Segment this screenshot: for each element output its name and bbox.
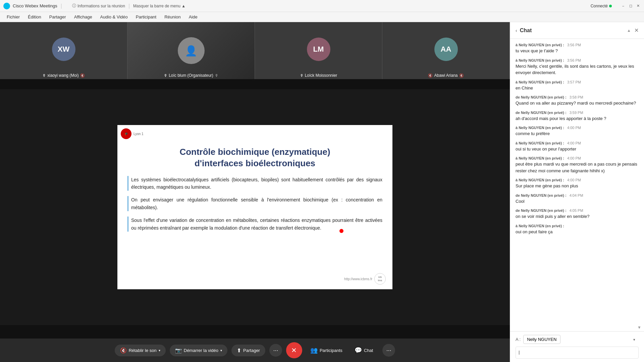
slide-logo-icon: 🎓 <box>121 128 131 139</box>
participant-strip: XW 🎙 xiaoyi wang (Moi) 🔇 👤 🎙 Loïc blum (… <box>0 22 510 79</box>
participant-name-xw: 🎙 xiaoyi wang (Moi) 🔇 <box>0 73 127 78</box>
info-button[interactable]: ⓘ Informations sur la réunion <box>72 3 125 9</box>
chat-recipient-select[interactable]: Nelly NGUYEN Tout le monde <box>523 335 560 344</box>
slide: 🎓 Lyon 1 Contrôle biochimique (enzymatiq… <box>117 125 392 289</box>
chat-header: ‹ Chat ▲ ✕ <box>510 22 644 39</box>
restore-button[interactable]: ◻ <box>628 3 633 9</box>
chat-message-m7: à Nelly NGUYEN (en privé) : 4:00 PM oui … <box>516 141 639 153</box>
menu-aide[interactable]: Aide <box>185 13 201 21</box>
menu-edition[interactable]: Édition <box>24 13 45 21</box>
participants-button[interactable]: 👥 Participants <box>306 344 346 357</box>
annotation-dot <box>339 229 343 233</box>
microphone-muted-icon: 🔇 <box>120 347 127 354</box>
participant-name-lm: 🎙 Loïck Moissonnier <box>255 73 382 78</box>
chat-panel: ‹ Chat ▲ ✕ à Nelly NGUYEN (en privé) : 3… <box>510 22 644 362</box>
toolbar: 🔇 Rétablir le son ▾ 📷 Démarrer la vidéo … <box>0 339 510 362</box>
chat-to-label: A : <box>516 337 521 342</box>
participant-tile-aa: AA 🔇 Abawi Ariana 🔇 <box>382 22 510 79</box>
connection-status: Connecté <box>591 4 612 8</box>
audio-button[interactable]: 🔇 Rétablir le son ▾ <box>115 345 166 356</box>
title-bar: Cisco Webex Meetings | ⓘ Informations su… <box>0 0 644 12</box>
more-button-2[interactable]: ··· <box>382 344 395 357</box>
chat-message-m6: à Nelly NGUYEN (en privé) : 4:00 PM comm… <box>516 126 639 137</box>
end-call-button[interactable]: ✕ <box>286 342 302 358</box>
menu-reunion[interactable]: Réunion <box>161 13 184 21</box>
chat-footer: A : Nelly NGUYEN Tout le monde ▾ | <box>510 331 644 362</box>
slide-para-3: Sous l'effet d'une variation de concentr… <box>127 217 382 232</box>
hide-bar-button[interactable]: Masquer la barre de menu ▲ <box>133 4 185 8</box>
chat-message-m8: à Nelly NGUYEN (en privé) : 4:00 PM peut… <box>516 156 639 174</box>
chat-scroll-top-icon[interactable]: ▲ <box>627 28 631 33</box>
select-chevron-icon: ▾ <box>633 337 635 342</box>
participant-tile-lb: 👤 🎙 Loïc blum (Organisateur) 🎙 <box>127 22 255 79</box>
avatar-xw: XW <box>52 38 75 61</box>
video-off-icon: 📷 <box>175 347 182 354</box>
ellipsis-icon: ··· <box>273 347 278 354</box>
close-button[interactable]: ✕ <box>635 3 641 9</box>
slide-university: Lyon 1 <box>133 132 144 136</box>
app-title: Cisco Webex Meetings <box>13 3 57 8</box>
video-caret-icon: ▾ <box>220 349 222 352</box>
chat-icon: 💬 <box>355 347 362 354</box>
chat-message-m10: de Nelly NGUYEN (en privé) : 4:04 PM Coo… <box>516 193 639 205</box>
end-call-icon: ✕ <box>291 346 297 354</box>
top-black-bar <box>0 79 510 89</box>
chat-message-m9: à Nelly NGUYEN (en privé) : 4:00 PM Sur … <box>516 178 639 189</box>
participant-tile-xw: XW 🎙 xiaoyi wang (Moi) 🔇 <box>0 22 127 79</box>
video-area: XW 🎙 xiaoyi wang (Moi) 🔇 👤 🎙 Loïc blum (… <box>0 22 510 362</box>
slide-para-1: Les systèmes bioélectrocatalytiques arti… <box>127 176 382 191</box>
more-options-button[interactable]: ··· <box>269 344 282 357</box>
chat-title: Chat <box>520 27 627 34</box>
more-dots-icon: ··· <box>386 347 391 354</box>
app-icon <box>3 3 10 9</box>
minimize-button[interactable]: − <box>621 3 626 9</box>
chat-to-row: A : Nelly NGUYEN Tout le monde ▾ <box>516 335 639 344</box>
window-controls: Connecté − ◻ ✕ <box>591 3 641 9</box>
slide-para-2: On peut envisager une régulation fonctio… <box>127 196 382 211</box>
slide-title: Contrôle biochimique (enzymatique) d'int… <box>127 146 382 169</box>
main-area: XW 🎙 xiaoyi wang (Moi) 🔇 👤 🎙 Loïc blum (… <box>0 22 644 362</box>
participant-video-lm: LM <box>255 22 382 79</box>
participant-tile-lm: LM 🎙 Loïck Moissonnier <box>255 22 382 79</box>
participant-name-lb: 🎙 Loïc blum (Organisateur) 🎙 <box>127 73 255 78</box>
participant-video-aa: AA <box>382 22 509 79</box>
chat-message-m1: à Nelly NGUYEN (en privé) : 3:56 PM tu v… <box>516 43 639 54</box>
participant-video-xw: XW <box>0 22 127 79</box>
chat-message-m3: à Nelly NGUYEN (en privé) : 3:57 PM en C… <box>516 80 639 92</box>
participant-name-aa: 🔇 Abawi Ariana 🔇 <box>382 73 509 78</box>
chat-close-button[interactable]: ✕ <box>634 27 639 34</box>
menu-bar: Fichier Édition Partager Affichage Audio… <box>0 12 644 22</box>
chat-input[interactable]: | <box>516 347 639 359</box>
menu-participant[interactable]: Participant <box>132 13 160 21</box>
chat-message-m2: à Nelly NGUYEN (en privé) : 3:56 PM Merc… <box>516 58 639 76</box>
chat-message-m11: de Nelly NGUYEN (en privé) : 4:05 PM on … <box>516 208 639 220</box>
menu-partager[interactable]: Partager <box>46 13 69 21</box>
menu-affichage[interactable]: Affichage <box>71 13 96 21</box>
avatar-aa: AA <box>434 38 458 61</box>
menu-fichier[interactable]: Fichier <box>3 13 23 21</box>
chat-collapse-icon[interactable]: ‹ <box>516 28 517 33</box>
presentation-area: 🎓 Lyon 1 Contrôle biochimique (enzymatiq… <box>0 89 510 325</box>
audio-caret-icon: ▾ <box>159 349 160 352</box>
share-icon: ⬆ <box>237 347 241 354</box>
avatar-lm: LM <box>307 38 330 61</box>
chat-scroll-down[interactable]: ▼ <box>510 324 644 331</box>
slide-body: Les systèmes bioélectrocatalytiques arti… <box>127 176 382 232</box>
participants-icon: 👥 <box>310 347 318 354</box>
slide-footer-logo: icblms <box>374 273 386 285</box>
chat-message-m12: à Nelly NGUYEN (en privé) : oui on peut … <box>516 224 639 235</box>
chat-toolbar-button[interactable]: 💬 Chat <box>351 344 377 357</box>
video-button[interactable]: 📷 Démarrer la vidéo ▾ <box>170 345 227 356</box>
connected-dot <box>609 5 612 7</box>
bottom-black-bar <box>0 325 510 339</box>
scroll-down-icon[interactable]: ▼ <box>637 325 641 330</box>
share-button[interactable]: ⬆ Partager <box>231 345 265 356</box>
chat-messages[interactable]: à Nelly NGUYEN (en privé) : 3:56 PM tu v… <box>510 39 644 324</box>
slide-footer: http://www.icbms.fr icblms <box>344 273 386 285</box>
menu-audio-video[interactable]: Audio & Vidéo <box>97 13 131 21</box>
chat-message-m5: de Nelly NGUYEN (en privé) : 3:59 PM ah … <box>516 111 639 122</box>
chat-message-m4: de Nelly NGUYEN (en privé) : 3:58 PM Qua… <box>516 95 639 107</box>
